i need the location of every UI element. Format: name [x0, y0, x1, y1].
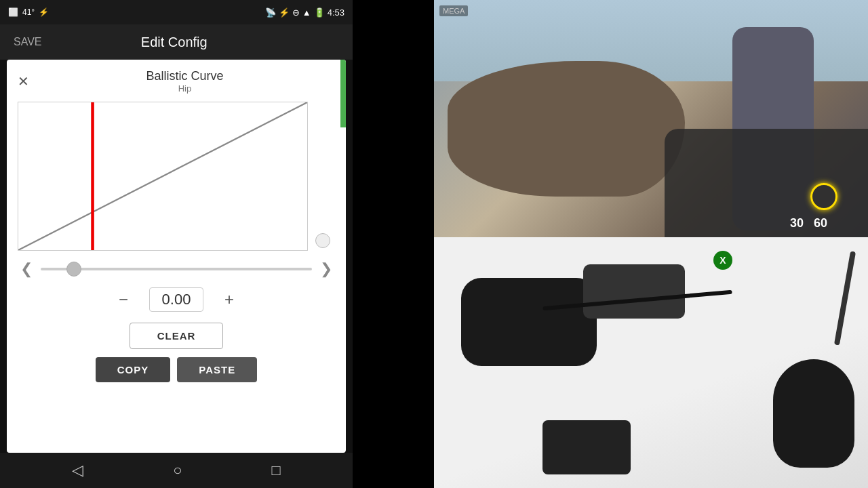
ballistic-curve-chart[interactable] [18, 102, 308, 251]
horizontal-slider[interactable] [41, 268, 312, 270]
copy-button[interactable]: COPY [96, 357, 171, 382]
ballistic-curve-dialog: ✕ Ballistic Curve Hip ❮ [7, 60, 346, 453]
copy-paste-row: COPY PASTE [7, 353, 346, 392]
hud-label: MEGA [439, 5, 468, 16]
phone-panel: ⬜ 41° ⚡ 📡 ⚡ ⊖ ▲ 🔋 4:53 SAVE Edit Config … [0, 0, 353, 488]
back-button[interactable]: ◁ [72, 462, 83, 479]
horizontal-slider-row: ❮ ❯ [7, 251, 346, 278]
slider-right-arrow[interactable]: ❯ [317, 260, 335, 278]
value-display: 0.00 [149, 287, 203, 312]
bluetooth-icon: ⚡ [279, 7, 290, 18]
usb-icon: ⚡ [39, 7, 49, 17]
svg-line-0 [18, 102, 307, 250]
game-screenshot: MEGA 30 60 [434, 0, 868, 237]
save-button[interactable]: SAVE [14, 36, 42, 48]
small-device-shape [542, 420, 631, 474]
increment-button[interactable]: + [217, 287, 241, 312]
bottom-navigation: ◁ ○ □ [0, 453, 353, 488]
ammo-main: 30 [790, 216, 804, 230]
hud-ammo: 30 60 [790, 216, 827, 230]
decrement-button[interactable]: − [111, 287, 136, 312]
right-panels: MEGA 30 60 X [434, 0, 868, 488]
clear-button[interactable]: CLEAR [130, 323, 224, 349]
dialog-title-block: Ballistic Curve Hip [35, 69, 335, 94]
status-right: 📡 ⚡ ⊖ ▲ 🔋 4:53 [265, 7, 344, 18]
crosshair [810, 183, 837, 210]
screen-icon: ⬜ [8, 7, 18, 17]
edit-config-header: SAVE Edit Config [0, 24, 353, 60]
hub-shape [583, 264, 685, 319]
xbox-logo: X [713, 251, 732, 270]
rock-shape-1 [448, 61, 685, 197]
dialog-title: Ballistic Curve [146, 69, 223, 83]
value-row: − 0.00 + [7, 278, 346, 317]
gun-area [665, 129, 868, 237]
controller-shape [461, 278, 597, 366]
home-button[interactable]: ○ [173, 462, 182, 479]
page-title: Edit Config [141, 35, 208, 50]
vertical-slider-thumb[interactable] [315, 233, 330, 248]
temperature-display: 41° [22, 7, 35, 17]
controller-photo: X [434, 237, 868, 488]
recents-button[interactable]: □ [272, 462, 281, 479]
dialog-subtitle: Hip [178, 83, 192, 94]
slider-left-arrow[interactable]: ❮ [18, 260, 35, 278]
clear-row: CLEAR [7, 317, 346, 353]
mouse-shape [773, 359, 854, 468]
paste-button[interactable]: PASTE [177, 357, 257, 382]
dialog-header: ✕ Ballistic Curve Hip [7, 60, 346, 96]
ammo-reserve: 60 [814, 216, 827, 230]
cast-icon: 📡 [265, 7, 276, 18]
minus-circle-icon: ⊖ [292, 7, 300, 18]
wifi-icon: ▲ [302, 7, 311, 18]
status-left: ⬜ 41° ⚡ [8, 7, 49, 17]
time-display: 4:53 [328, 7, 344, 18]
close-button[interactable]: ✕ [18, 73, 29, 89]
status-bar: ⬜ 41° ⚡ 📡 ⚡ ⊖ ▲ 🔋 4:53 [0, 0, 353, 24]
battery-icon: 🔋 [314, 7, 325, 18]
